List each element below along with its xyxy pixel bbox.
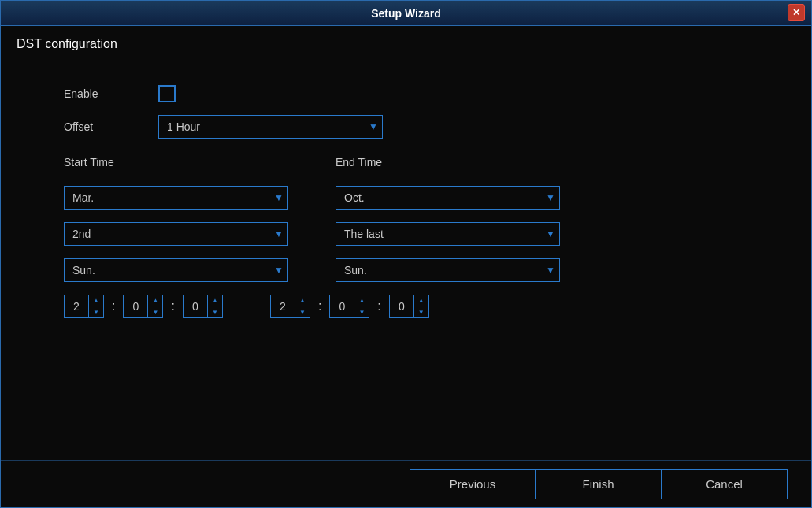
start-min-spinbox[interactable]: 0 ▲ ▼ — [123, 295, 163, 318]
end-sec-arrows: ▲ ▼ — [413, 295, 428, 317]
end-min-down-button[interactable]: ▼ — [354, 306, 369, 317]
end-day-wrapper: Sun.Mon.Tue.Wed. Thu.Fri.Sat. ▼ — [336, 258, 560, 282]
end-day-select[interactable]: Sun.Mon.Tue.Wed. Thu.Fri.Sat. — [336, 258, 560, 282]
offset-select-wrapper: 1 Hour 2 Hours 0.5 Hour ▼ — [158, 115, 383, 139]
end-time-label: End Time — [336, 156, 382, 169]
end-min-spinbox[interactable]: 0 ▲ ▼ — [329, 295, 369, 318]
end-sec-down-button[interactable]: ▼ — [414, 306, 428, 317]
section-header: DST configuration — [1, 26, 811, 61]
section-title: DST configuration — [17, 37, 117, 50]
start-colon1: : — [112, 299, 115, 313]
start-time-group: 2 ▲ ▼ : 0 ▲ ▼ : 0 — [64, 295, 223, 318]
end-sec-value: 0 — [390, 295, 413, 317]
window: Setup Wizard ✕ DST configuration Enable … — [0, 0, 812, 508]
close-button[interactable]: ✕ — [788, 4, 805, 21]
start-hour-up-button[interactable]: ▲ — [89, 295, 103, 306]
time-spinbox-row: 2 ▲ ▼ : 0 ▲ ▼ : 0 — [64, 295, 748, 318]
end-week-select[interactable]: 1st2nd3rd4thThe last — [336, 222, 560, 246]
end-colon2: : — [377, 299, 380, 313]
start-time-label: Start Time — [64, 156, 288, 169]
end-hour-value: 2 — [271, 295, 295, 317]
end-sec-spinbox[interactable]: 0 ▲ ▼ — [389, 295, 429, 318]
finish-button[interactable]: Finish — [536, 469, 662, 499]
start-min-value: 0 — [124, 295, 147, 317]
end-hour-down-button[interactable]: ▼ — [295, 306, 310, 317]
start-month-wrapper: Jan.Feb.Mar.Apr. MayJun.Jul.Aug. Sep.Oct… — [64, 186, 288, 210]
enable-row: Enable — [64, 85, 748, 102]
cancel-button[interactable]: Cancel — [662, 469, 788, 499]
start-min-down-button[interactable]: ▼ — [148, 306, 162, 317]
end-hour-arrows: ▲ ▼ — [295, 295, 310, 317]
end-colon1: : — [318, 299, 321, 313]
start-sec-spinbox[interactable]: 0 ▲ ▼ — [183, 295, 223, 318]
end-min-value: 0 — [330, 295, 354, 317]
end-month-select[interactable]: Jan.Feb.Mar.Apr. MayJun.Jul.Aug. Sep.Oct… — [336, 186, 560, 210]
end-time-group: 2 ▲ ▼ : 0 ▲ ▼ : 0 — [270, 295, 429, 318]
start-day-select[interactable]: Sun.Mon.Tue.Wed. Thu.Fri.Sat. — [64, 258, 288, 282]
end-week-wrapper: 1st2nd3rd4thThe last ▼ — [336, 222, 560, 246]
day-row: Sun.Mon.Tue.Wed. Thu.Fri.Sat. ▼ Sun.Mon.… — [64, 258, 748, 282]
time-headers-row: Start Time End Time — [64, 156, 748, 173]
start-hour-spinbox[interactable]: 2 ▲ ▼ — [64, 295, 104, 318]
footer: Previous Finish Cancel — [1, 460, 811, 507]
start-min-up-button[interactable]: ▲ — [148, 295, 162, 306]
start-sec-arrows: ▲ ▼ — [207, 295, 222, 317]
start-week-wrapper: 1st2nd3rd4thThe last ▼ — [64, 222, 288, 246]
start-sec-up-button[interactable]: ▲ — [208, 295, 222, 306]
start-month-select[interactable]: Jan.Feb.Mar.Apr. MayJun.Jul.Aug. Sep.Oct… — [64, 186, 288, 210]
start-week-select[interactable]: 1st2nd3rd4thThe last — [64, 222, 288, 246]
end-min-up-button[interactable]: ▲ — [354, 295, 369, 306]
start-min-arrows: ▲ ▼ — [147, 295, 162, 317]
start-hour-arrows: ▲ ▼ — [88, 295, 103, 317]
enable-checkbox[interactable] — [158, 85, 176, 102]
month-row: Jan.Feb.Mar.Apr. MayJun.Jul.Aug. Sep.Oct… — [64, 186, 748, 210]
previous-button[interactable]: Previous — [410, 469, 536, 499]
start-sec-down-button[interactable]: ▼ — [208, 306, 222, 317]
start-hour-down-button[interactable]: ▼ — [89, 306, 103, 317]
offset-label: Offset — [64, 121, 143, 133]
start-hour-value: 2 — [65, 295, 88, 317]
start-day-wrapper: Sun.Mon.Tue.Wed. Thu.Fri.Sat. ▼ — [64, 258, 288, 282]
week-row: 1st2nd3rd4thThe last ▼ 1st2nd3rd4thThe l… — [64, 222, 748, 246]
end-min-arrows: ▲ ▼ — [354, 295, 369, 317]
start-colon2: : — [171, 299, 174, 313]
start-sec-value: 0 — [184, 295, 207, 317]
content-area: Enable Offset 1 Hour 2 Hours 0.5 Hour ▼ … — [1, 61, 811, 460]
end-month-wrapper: Jan.Feb.Mar.Apr. MayJun.Jul.Aug. Sep.Oct… — [336, 186, 560, 210]
title-bar: Setup Wizard ✕ — [1, 1, 811, 26]
end-hour-spinbox[interactable]: 2 ▲ ▼ — [270, 295, 310, 318]
enable-label: Enable — [64, 87, 143, 100]
end-sec-up-button[interactable]: ▲ — [414, 295, 428, 306]
offset-row: Offset 1 Hour 2 Hours 0.5 Hour ▼ — [64, 115, 748, 139]
offset-select[interactable]: 1 Hour 2 Hours 0.5 Hour — [158, 115, 383, 139]
end-hour-up-button[interactable]: ▲ — [295, 295, 310, 306]
window-title: Setup Wizard — [371, 7, 441, 20]
